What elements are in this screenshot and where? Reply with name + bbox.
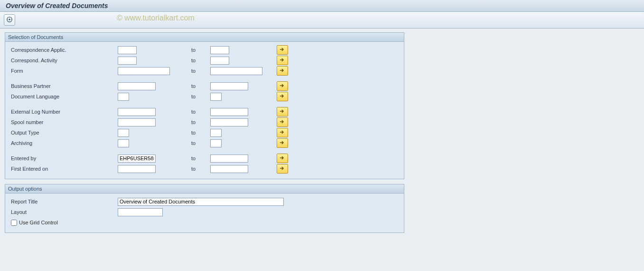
arrow-right-icon xyxy=(280,47,285,53)
ext-log-from-input[interactable] xyxy=(118,108,156,116)
application-toolbar: © www.tutorialkart.com xyxy=(0,12,644,29)
to-label: to xyxy=(191,94,210,99)
watermark-text: © www.tutorialkart.com xyxy=(117,14,195,22)
screen-title: Overview of Created Documents xyxy=(6,2,108,10)
corr-activity-from-input[interactable] xyxy=(118,57,137,65)
to-label: to xyxy=(191,119,210,125)
doc-lang-from-input[interactable] xyxy=(118,93,129,101)
to-label: to xyxy=(191,130,210,136)
archiving-label: Archiving xyxy=(8,140,118,146)
to-label: to xyxy=(191,166,210,172)
to-label: to xyxy=(191,83,210,89)
bpartner-from-input[interactable] xyxy=(118,82,156,90)
form-multiselect-button[interactable] xyxy=(277,66,288,76)
arrow-right-icon xyxy=(280,166,285,172)
bpartner-multiselect-button[interactable] xyxy=(277,81,288,91)
use-grid-checkbox[interactable] xyxy=(11,220,17,226)
to-label: to xyxy=(191,140,210,146)
selection-panel: Selection of Documents Correspondence Ap… xyxy=(5,32,404,179)
spool-to-input[interactable] xyxy=(210,118,248,126)
doc-lang-to-input[interactable] xyxy=(210,93,222,101)
out-type-label: Output Type xyxy=(8,130,118,136)
archiving-multiselect-button[interactable] xyxy=(277,138,288,148)
ext-log-multiselect-button[interactable] xyxy=(277,107,288,116)
spool-multiselect-button[interactable] xyxy=(277,117,288,127)
arrow-right-icon xyxy=(280,155,285,161)
report-title-input[interactable] xyxy=(118,198,284,206)
corr-applic-to-input[interactable] xyxy=(210,46,229,54)
entered-on-multiselect-button[interactable] xyxy=(277,164,288,174)
to-label: to xyxy=(191,58,210,63)
arrow-right-icon xyxy=(280,68,285,74)
arrow-right-icon xyxy=(280,58,285,63)
entered-by-to-input[interactable] xyxy=(210,155,248,163)
form-to-input[interactable] xyxy=(210,67,262,75)
entered-on-from-input[interactable] xyxy=(118,165,156,173)
report-title-label: Report Title xyxy=(8,199,118,204)
form-label: Form xyxy=(8,68,118,74)
to-label: to xyxy=(191,155,210,161)
entered-on-to-input[interactable] xyxy=(210,165,248,173)
to-label: to xyxy=(191,47,210,53)
arrow-right-icon xyxy=(280,109,285,115)
spool-label: Spool number xyxy=(8,119,118,125)
svg-point-1 xyxy=(9,19,10,20)
out-type-from-input[interactable] xyxy=(118,129,129,137)
output-options-panel: Output options Report Title Layout Use G… xyxy=(5,184,404,233)
spool-from-input[interactable] xyxy=(118,118,156,126)
arrow-right-icon xyxy=(280,83,285,89)
arrow-right-icon xyxy=(280,119,285,125)
corr-activity-label: Correspond. Activity xyxy=(8,58,118,63)
corr-activity-multiselect-button[interactable] xyxy=(277,56,288,65)
corr-activity-to-input[interactable] xyxy=(210,57,229,65)
bpartner-to-input[interactable] xyxy=(210,82,248,90)
corr-applic-multiselect-button[interactable] xyxy=(277,45,288,55)
entered-on-label: First Entered on xyxy=(8,166,118,172)
archiving-to-input[interactable] xyxy=(210,139,222,147)
form-from-input[interactable] xyxy=(118,67,170,75)
entered-by-label: Entered by xyxy=(8,155,118,161)
to-label: to xyxy=(191,109,210,115)
execute-icon xyxy=(6,16,13,24)
corr-applic-label: Correspondence Applic. xyxy=(8,47,118,53)
arrow-right-icon xyxy=(280,140,285,146)
arrow-right-icon xyxy=(280,130,285,136)
doc-lang-label: Document Language xyxy=(8,94,118,99)
bpartner-label: Business Partner xyxy=(8,83,118,89)
entered-by-from-input[interactable] xyxy=(118,155,156,163)
layout-label: Layout xyxy=(8,209,118,215)
doc-lang-multiselect-button[interactable] xyxy=(277,92,288,101)
ext-log-to-input[interactable] xyxy=(210,108,248,116)
corr-applic-from-input[interactable] xyxy=(118,46,137,54)
arrow-right-icon xyxy=(280,94,285,99)
title-bar: Overview of Created Documents xyxy=(0,0,644,12)
archiving-from-input[interactable] xyxy=(118,139,129,147)
out-type-multiselect-button[interactable] xyxy=(277,128,288,137)
output-options-title: Output options xyxy=(5,184,404,194)
layout-input[interactable] xyxy=(118,208,163,216)
use-grid-label: Use Grid Control xyxy=(19,220,58,225)
out-type-to-input[interactable] xyxy=(210,129,222,137)
to-label: to xyxy=(191,68,210,74)
selection-panel-title: Selection of Documents xyxy=(5,33,404,42)
entered-by-multiselect-button[interactable] xyxy=(277,154,288,163)
execute-button[interactable] xyxy=(4,14,15,26)
ext-log-label: External Log Number xyxy=(8,109,118,115)
